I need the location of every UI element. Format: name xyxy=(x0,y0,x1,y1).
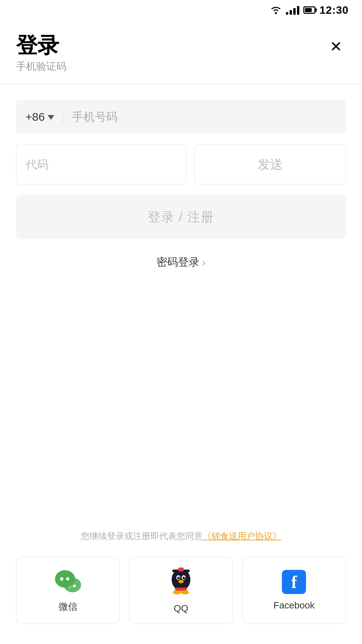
battery-icon xyxy=(303,6,315,14)
phone-input-container: +86 xyxy=(16,100,346,133)
terms-link[interactable]: 《锦食送用户协议》 xyxy=(203,531,281,541)
country-code-text: +86 xyxy=(25,110,45,123)
page-subtitle: 手机验证码 xyxy=(16,60,66,73)
wechat-label: 微信 xyxy=(59,600,77,613)
terms-text: 您继续登录或注册即代表您同意《锦食送用户协议》 xyxy=(16,529,346,543)
password-login-arrow-icon: › xyxy=(202,256,206,269)
send-code-label: 发送 xyxy=(257,156,283,173)
svg-point-4 xyxy=(55,570,75,588)
facebook-login-button[interactable]: f Facebook xyxy=(242,557,346,624)
svg-point-20 xyxy=(181,590,189,594)
svg-point-14 xyxy=(178,580,184,583)
status-time: 12:30 xyxy=(319,4,349,16)
main-content: +86 发送 登录 / 注册 密码登录 › xyxy=(0,84,362,270)
login-register-button[interactable]: 登录 / 注册 xyxy=(16,195,346,239)
code-row: 发送 xyxy=(16,144,346,184)
svg-rect-17 xyxy=(178,568,184,572)
country-code-selector[interactable]: +86 xyxy=(25,110,63,123)
close-icon: ✕ xyxy=(330,38,342,55)
password-login-row: 密码登录 › xyxy=(16,255,346,270)
svg-point-12 xyxy=(178,577,179,578)
send-code-button[interactable]: 发送 xyxy=(194,144,346,184)
header: 登录 手机验证码 ✕ xyxy=(0,20,362,80)
verification-code-input[interactable] xyxy=(26,158,177,171)
status-bar: 12:30 xyxy=(0,0,362,20)
bottom-section: 您继续登录或注册即代表您同意《锦食送用户协议》 微信 xyxy=(0,529,362,644)
svg-point-3 xyxy=(73,585,76,587)
dropdown-arrow-icon xyxy=(48,115,54,120)
facebook-label: Facebook xyxy=(274,600,315,611)
wifi-icon xyxy=(270,5,282,15)
code-input-wrapper xyxy=(16,144,186,184)
qq-icon xyxy=(168,567,194,597)
page-title: 登录 xyxy=(16,34,66,57)
svg-point-6 xyxy=(66,577,69,581)
close-button[interactable]: ✕ xyxy=(326,36,346,56)
phone-number-input[interactable] xyxy=(63,110,337,123)
login-register-label: 登录 / 注册 xyxy=(148,209,214,226)
svg-point-13 xyxy=(184,577,185,578)
terms-prefix: 您继续登录或注册即代表您同意 xyxy=(81,531,203,541)
signal-icon xyxy=(286,5,299,15)
password-login-link[interactable]: 密码登录 › xyxy=(157,255,206,270)
wechat-icon xyxy=(53,568,83,594)
social-login-row: 微信 xyxy=(16,557,346,624)
qq-label: QQ xyxy=(174,603,188,614)
facebook-icon: f xyxy=(282,570,306,594)
header-left: 登录 手机验证码 xyxy=(16,34,66,73)
qq-login-button[interactable]: QQ xyxy=(129,557,233,624)
svg-point-0 xyxy=(275,12,277,14)
svg-point-19 xyxy=(173,590,181,594)
password-login-label: 密码登录 xyxy=(157,255,199,270)
status-icons: 12:30 xyxy=(270,4,349,16)
wechat-login-button[interactable]: 微信 xyxy=(16,557,120,624)
svg-point-5 xyxy=(60,577,63,581)
